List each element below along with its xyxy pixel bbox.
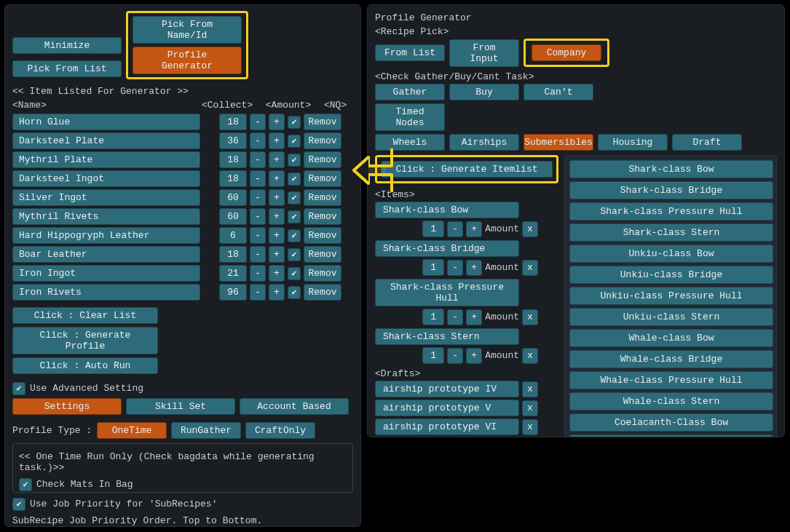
auto-run-button[interactable]: Click : Auto Run (12, 357, 158, 374)
increment-button[interactable]: + (269, 170, 285, 187)
part-button[interactable]: Unkiu-class Bow (569, 245, 773, 263)
amount-value[interactable]: 60 (219, 189, 247, 206)
item-name-button[interactable]: Mythril Rivets (12, 208, 200, 225)
remove-button[interactable]: Remov (304, 246, 341, 263)
part-button[interactable]: Whale-class Stern (569, 392, 773, 410)
housing-button[interactable]: Housing (598, 134, 668, 151)
part-button[interactable]: Unkiu-class Pressure Hull (569, 287, 773, 305)
draft-name-button[interactable]: airship prototype IV (375, 381, 519, 397)
timed-nodes-button[interactable]: Timed Nodes (375, 103, 445, 131)
increment-button[interactable]: + (269, 284, 285, 301)
increment-button[interactable]: + (466, 221, 482, 237)
gather-button[interactable]: Gather (375, 84, 445, 100)
remove-button[interactable]: Remov (304, 265, 341, 282)
remove-button[interactable]: Remov (304, 114, 341, 130)
increment-button[interactable]: + (269, 208, 285, 225)
remove-item-button[interactable]: x (522, 309, 538, 325)
remove-item-button[interactable]: x (522, 260, 538, 276)
selected-item-name[interactable]: Shark-class Stern (375, 328, 519, 345)
amount-value[interactable]: 6 (219, 227, 247, 244)
decrement-button[interactable]: - (447, 221, 463, 237)
nq-checkbox[interactable] (288, 286, 301, 299)
item-name-button[interactable]: Boar Leather (12, 246, 200, 263)
generate-profile-button[interactable]: Click : Generate Profile (12, 327, 158, 354)
increment-button[interactable]: + (269, 246, 285, 263)
decrement-button[interactable]: - (447, 309, 463, 325)
parts-list[interactable]: Shark-class BowShark-class BridgeShark-c… (564, 155, 777, 437)
from-input-button[interactable]: From Input (449, 39, 519, 67)
draft-button[interactable]: Draft (672, 134, 742, 151)
minimize-button[interactable]: Minimize (12, 37, 122, 54)
decrement-button[interactable]: - (250, 189, 266, 206)
part-button[interactable]: Coelacanth-Class Bridge (569, 434, 773, 437)
item-name-button[interactable]: Horn Glue (12, 114, 200, 130)
increment-button[interactable]: + (269, 189, 285, 206)
selected-item-name[interactable]: Shark-class Pressure Hull (375, 279, 519, 306)
increment-button[interactable]: + (269, 151, 285, 168)
decrement-button[interactable]: - (250, 246, 266, 263)
nq-checkbox[interactable] (288, 135, 301, 148)
increment-button[interactable]: + (269, 132, 285, 149)
generate-itemlist-button[interactable]: Click : Generate Itemlist (381, 161, 553, 178)
increment-button[interactable]: + (269, 114, 285, 130)
remove-button[interactable]: Remov (304, 170, 341, 187)
part-button[interactable]: Unkiu-class Bridge (569, 266, 773, 284)
nq-checkbox[interactable] (288, 191, 301, 205)
remove-draft-button[interactable]: x (522, 381, 538, 397)
nq-checkbox[interactable] (288, 248, 301, 261)
decrement-button[interactable]: - (250, 132, 266, 149)
qty-value[interactable]: 1 (422, 221, 444, 237)
increment-button[interactable]: + (466, 260, 482, 276)
increment-button[interactable]: + (466, 309, 482, 325)
part-button[interactable]: Shark-class Stern (569, 223, 773, 242)
part-button[interactable]: Whale-class Bridge (569, 350, 773, 368)
skillset-tab[interactable]: Skill Set (126, 398, 235, 415)
decrement-button[interactable]: - (447, 348, 463, 364)
remove-button[interactable]: Remov (304, 208, 341, 225)
remove-item-button[interactable]: x (522, 221, 538, 237)
amount-value[interactable]: 18 (219, 246, 247, 263)
profile-generator-button[interactable]: Profile Generator (133, 47, 242, 74)
nq-checkbox[interactable] (288, 154, 301, 167)
nq-checkbox[interactable] (288, 172, 301, 186)
item-name-button[interactable]: Iron Ingot (12, 265, 200, 282)
nq-checkbox[interactable] (288, 116, 301, 129)
item-name-button[interactable]: Darksteel Ingot (12, 170, 200, 187)
part-button[interactable]: Shark-class Bow (569, 160, 773, 178)
from-list-button[interactable]: From List (375, 44, 445, 61)
clear-list-button[interactable]: Click : Clear List (12, 307, 158, 324)
decrement-button[interactable]: - (447, 260, 463, 276)
draft-name-button[interactable]: airship prototype V (375, 400, 519, 416)
remove-button[interactable]: Remov (304, 189, 341, 206)
decrement-button[interactable]: - (250, 151, 266, 168)
item-name-button[interactable]: Darksteel Plate (12, 132, 200, 149)
amount-value[interactable]: 96 (219, 284, 247, 301)
qty-value[interactable]: 1 (422, 259, 444, 276)
amount-value[interactable]: 36 (219, 132, 247, 149)
craftonly-button[interactable]: CraftOnly (245, 422, 315, 439)
remove-item-button[interactable]: x (522, 348, 538, 364)
remove-button[interactable]: Remov (304, 132, 341, 149)
remove-button[interactable]: Remov (304, 227, 341, 244)
airships-button[interactable]: Airships (449, 134, 519, 151)
check-mats-checkbox[interactable] (19, 478, 32, 491)
selected-item-name[interactable]: Shark-class Bow (375, 202, 519, 218)
pick-from-list-button[interactable]: Pick From List (12, 60, 122, 77)
remove-draft-button[interactable]: x (522, 419, 538, 435)
decrement-button[interactable]: - (250, 265, 266, 282)
decrement-button[interactable]: - (250, 208, 266, 225)
cant-button[interactable]: Can't (524, 84, 593, 100)
qty-value[interactable]: 1 (422, 347, 444, 364)
wheels-button[interactable]: Wheels (375, 134, 445, 151)
selected-item-name[interactable]: Shark-class Bridge (375, 240, 519, 257)
amount-value[interactable]: 18 (219, 170, 247, 187)
decrement-button[interactable]: - (250, 114, 266, 130)
rungather-button[interactable]: RunGather (171, 422, 241, 439)
increment-button[interactable]: + (269, 227, 285, 244)
decrement-button[interactable]: - (250, 284, 266, 301)
part-button[interactable]: Whale-class Bow (569, 329, 773, 347)
item-name-button[interactable]: Mythril Plate (12, 151, 200, 168)
part-button[interactable]: Shark-class Bridge (569, 181, 773, 199)
remove-draft-button[interactable]: x (522, 400, 538, 416)
amount-value[interactable]: 21 (219, 265, 247, 282)
